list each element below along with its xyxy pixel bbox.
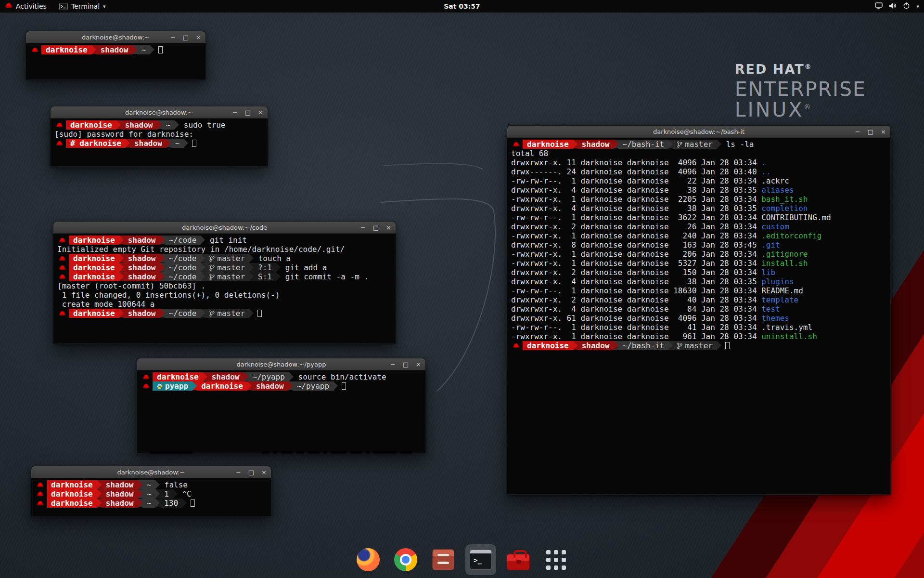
- redhat-icon: [142, 381, 150, 391]
- close-button[interactable]: ×: [386, 224, 391, 231]
- powerline-separator-icon: [97, 489, 102, 498]
- window-titlebar[interactable]: darknoise@shadow:~ − □ ×: [26, 31, 205, 43]
- terminal-content[interactable]: darknoiseshadow~/code git initInitialize…: [53, 234, 396, 343]
- minimize-button[interactable]: −: [360, 224, 366, 231]
- window-titlebar[interactable]: darknoise@shadow:~/pyapp − □ ×: [137, 358, 425, 370]
- app-menu-button[interactable]: Terminal ▾: [59, 2, 106, 10]
- close-button[interactable]: ×: [196, 34, 201, 40]
- terminal-window[interactable]: darknoise@shadow:~ − □ × darknoiseshadow…: [50, 106, 268, 167]
- terminal-window[interactable]: darknoise@shadow:~/bash-it − □ × darknoi…: [507, 125, 891, 495]
- close-button[interactable]: ×: [258, 109, 263, 116]
- prompt-segment-git: master: [673, 140, 717, 149]
- dock-item-toolbox[interactable]: [503, 544, 534, 575]
- minimize-button[interactable]: −: [855, 129, 860, 135]
- prompt-segment-exit: 130: [160, 499, 182, 508]
- powerline-separator-icon: [167, 139, 171, 147]
- dock-item-files[interactable]: [428, 544, 459, 575]
- terminal-cursor: [158, 46, 163, 53]
- clock[interactable]: Sat 03:57: [444, 2, 480, 10]
- system-status-area[interactable]: ▾: [875, 2, 919, 11]
- close-button[interactable]: ×: [261, 469, 267, 475]
- dock-item-chrome[interactable]: [390, 544, 421, 575]
- close-button[interactable]: ×: [416, 361, 421, 368]
- firefox-icon: [357, 548, 380, 571]
- window-titlebar[interactable]: darknoise@shadow:~ − □ ×: [31, 466, 271, 478]
- terminal-window[interactable]: darknoise@shadow:~/code − □ × darknoises…: [53, 221, 396, 344]
- terminal-text: .: [761, 158, 766, 167]
- terminal-line: darknoiseshadow~1 ^C: [35, 489, 267, 499]
- terminal-window[interactable]: darknoise@shadow:~ − □ × darknoiseshadow…: [31, 466, 271, 516]
- maximize-button[interactable]: □: [403, 361, 409, 368]
- window-titlebar[interactable]: darknoise@shadow:~/code − □ ×: [53, 222, 396, 234]
- terminal-text: total 68: [511, 149, 548, 158]
- files-icon: [432, 549, 454, 570]
- chevron-down-icon: ▾: [916, 4, 919, 9]
- minimize-button[interactable]: −: [390, 361, 396, 368]
- powerline-separator-icon: [201, 272, 205, 281]
- terminal-content[interactable]: darknoiseshadow~/bash-itmaster ls -latot…: [507, 138, 890, 494]
- display-icon: [875, 2, 883, 10]
- redhat-icon: [59, 254, 66, 263]
- terminal-content[interactable]: darknoiseshadow~ sudo true[sudo] passwor…: [51, 118, 268, 166]
- powerline-separator-icon: [138, 489, 142, 498]
- window-title: darknoise@shadow:~: [125, 109, 193, 116]
- dock-item-show-applications[interactable]: [540, 544, 571, 575]
- powerline-separator-icon: [573, 140, 578, 148]
- logo-line-1: RED HAT: [735, 62, 805, 77]
- terminal-line: drwxrwxr-x. 11 darknoise darknoise 4096 …: [511, 158, 886, 167]
- volume-icon: [889, 2, 897, 11]
- prompt-segment-path: ~: [142, 480, 156, 489]
- minimize-button[interactable]: −: [236, 469, 241, 475]
- powerline-separator-icon: [614, 140, 618, 148]
- prompt-segment-user: darknoise: [41, 45, 92, 54]
- terminal-content[interactable]: darknoiseshadow~ falsedarknoiseshadow~1 …: [31, 478, 271, 516]
- terminal-line: -rwxrwxr-x. 1 darknoise darknoise 240 Ja…: [511, 231, 886, 240]
- prompt-segment-host: shadow: [124, 309, 160, 318]
- maximize-button[interactable]: □: [248, 469, 254, 475]
- terminal-content[interactable]: darknoiseshadow~: [26, 43, 205, 79]
- dock-item-firefox[interactable]: [353, 544, 384, 575]
- terminal-text: README.md: [761, 286, 803, 295]
- prompt-segment-path: ~/code: [165, 254, 201, 263]
- redhat-icon: [513, 140, 520, 149]
- terminal-text: source bin/activate: [294, 372, 386, 381]
- prompt-segment-user: darknoise: [69, 263, 119, 272]
- terminal-line: darknoiseshadow~/bash-itmaster: [511, 341, 886, 350]
- prompt-segment-path: ~/pyapp: [293, 381, 334, 391]
- maximize-button[interactable]: □: [373, 224, 379, 231]
- minimize-button[interactable]: −: [232, 109, 238, 116]
- terminal-text: drwxrwxr-x. 4 darknoise darknoise 38 Jan…: [511, 277, 761, 286]
- maximize-button[interactable]: □: [868, 129, 873, 135]
- close-button[interactable]: ×: [881, 129, 886, 135]
- prompt-segment-user: # darknoise: [66, 139, 126, 148]
- terminal-content[interactable]: darknoiseshadow~/pyapp source bin/activa…: [137, 370, 425, 453]
- terminal-line: darknoiseshadow~/codemaster touch a: [57, 254, 392, 263]
- prompt-segment-host: shadow: [102, 499, 138, 508]
- redhat-icon: [59, 272, 66, 281]
- terminal-window[interactable]: darknoise@shadow:~ − □ × darknoiseshadow…: [26, 31, 206, 80]
- minimize-button[interactable]: −: [170, 34, 176, 40]
- prompt-segment-user: darknoise: [69, 309, 119, 318]
- terminal-text: ls -la: [721, 140, 754, 149]
- terminal-text: drwxrwxr-x. 61 darknoise darknoise 4096 …: [511, 314, 761, 323]
- powerline-separator-icon: [249, 309, 254, 317]
- window-titlebar[interactable]: darknoise@shadow:~ − □ ×: [51, 106, 268, 118]
- powerline-separator-icon: [288, 381, 293, 390]
- terminal-line: drwx------. 24 darknoise darknoise 4096 …: [511, 167, 886, 176]
- terminal-cursor: [342, 382, 346, 390]
- activities-button[interactable]: Activities: [5, 2, 47, 10]
- window-titlebar[interactable]: darknoise@shadow:~/bash-it − □ ×: [507, 126, 890, 138]
- terminal-line: -rwxrwxr-x. 1 darknoise darknoise 961 Ja…: [511, 332, 886, 341]
- powerline-separator-icon: [717, 341, 721, 350]
- maximize-button[interactable]: □: [245, 109, 251, 116]
- terminal-window[interactable]: darknoise@shadow:~/pyapp − □ × darknoise…: [137, 358, 426, 453]
- prompt-segment-git: master: [205, 254, 249, 263]
- maximize-button[interactable]: □: [183, 34, 189, 40]
- terminal-text: -rwxrwxr-x. 1 darknoise darknoise 2205 J…: [511, 195, 761, 204]
- dock-item-terminal[interactable]: [465, 544, 496, 575]
- terminal-text: .editorconfig: [761, 231, 821, 240]
- powerline-separator-icon: [184, 139, 188, 147]
- terminal-line: darknoiseshadow~ sudo true: [54, 120, 264, 130]
- terminal-text: drwxrwxr-x. 2 darknoise darknoise 150 Ja…: [511, 268, 761, 277]
- powerline-separator-icon: [119, 254, 124, 263]
